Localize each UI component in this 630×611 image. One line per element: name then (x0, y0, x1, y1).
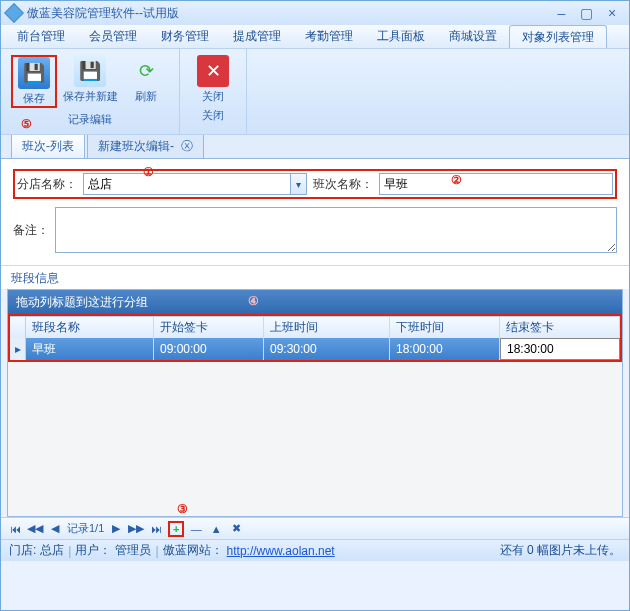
menu-front-desk[interactable]: 前台管理 (5, 25, 77, 48)
nav-next-button[interactable]: ▶ (108, 522, 124, 535)
menu-object-list[interactable]: 对象列表管理 (509, 25, 607, 48)
menu-members[interactable]: 会员管理 (77, 25, 149, 48)
title-bar: 傲蓝美容院管理软件--试用版 – ▢ × (1, 1, 629, 25)
nav-prev-button[interactable]: ◀ (47, 522, 63, 535)
annotation-5: ⑤ (21, 117, 32, 131)
store-name-input[interactable] (83, 173, 291, 195)
close-window-button[interactable]: × (601, 5, 623, 21)
menu-finance[interactable]: 财务管理 (149, 25, 221, 48)
refresh-button[interactable]: ⟳ 刷新 (123, 55, 169, 108)
menu-bar: 前台管理 会员管理 财务管理 提成管理 考勤管理 工具面板 商城设置 对象列表管… (1, 25, 629, 49)
nav-delete-button[interactable]: — (188, 523, 204, 535)
shift-name-label: 班次名称： (313, 176, 373, 193)
shift-name-input[interactable] (379, 173, 613, 195)
nav-record-indicator: 记录1/1 (67, 521, 104, 536)
close-button[interactable]: ✕ 关闭 (190, 55, 236, 104)
app-logo (4, 3, 24, 23)
ribbon: 💾 保存 💾 保存并新建 ⟳ 刷新 记录编辑 ✕ 关闭 (1, 49, 629, 135)
grid-header: 班段名称 开始签卡 上班时间 下班时间 结束签卡 (10, 316, 620, 338)
nav-last-button[interactable]: ⏭ (148, 523, 164, 535)
tab-new-shift-edit[interactable]: 新建班次编辑- ⓧ (87, 134, 204, 158)
refresh-label: 刷新 (135, 89, 157, 104)
annotation-1: ① (143, 165, 154, 179)
nav-first-button[interactable]: ⏮ (7, 523, 23, 535)
secondary-tabs: 班次-列表 新建班次编辑- ⓧ (1, 135, 629, 159)
nav-cancel-button[interactable]: ✖ (228, 522, 244, 535)
status-store-label: 门店: (9, 542, 36, 559)
refresh-icon: ⟳ (130, 55, 162, 87)
menu-mall[interactable]: 商城设置 (437, 25, 509, 48)
save-icon: 💾 (18, 57, 50, 89)
nav-prev-page-button[interactable]: ◀◀ (27, 522, 43, 535)
col-header-start-card[interactable]: 开始签卡 (154, 317, 264, 338)
tab-shift-list[interactable]: 班次-列表 (11, 134, 85, 158)
nav-next-page-button[interactable]: ▶▶ (128, 522, 144, 535)
minimize-button[interactable]: – (550, 5, 572, 21)
status-user-value: 管理员 (115, 542, 151, 559)
savenew-label: 保存并新建 (63, 89, 118, 104)
window-title: 傲蓝美容院管理软件--试用版 (27, 5, 550, 22)
table-row[interactable]: ▸ 早班 09:00:00 09:30:00 18:00:00 18:30:00 (10, 338, 620, 360)
remark-input[interactable] (55, 207, 617, 253)
grid-group-bar[interactable]: 拖动列标题到这进行分组 (8, 290, 622, 314)
ribbon-group1-label: 记录编辑 (68, 112, 112, 127)
col-header-end-card[interactable]: 结束签卡 (500, 317, 620, 338)
col-header-name[interactable]: 班段名称 (26, 317, 154, 338)
status-site-label: 傲蓝网站： (163, 542, 223, 559)
grid: 拖动列标题到这进行分组 ④ 班段名称 开始签卡 上班时间 下班时间 结束签卡 ▸… (7, 289, 623, 517)
store-name-dropdown[interactable]: ▾ (291, 173, 307, 195)
menu-attendance[interactable]: 考勤管理 (293, 25, 365, 48)
row-indicator-icon: ▸ (10, 338, 26, 360)
save-button[interactable]: 💾 保存 (11, 55, 57, 108)
save-label: 保存 (23, 91, 45, 106)
tab-close-icon[interactable]: ⓧ (181, 139, 193, 153)
cell-on-time[interactable]: 09:30:00 (264, 338, 390, 360)
col-header-on-time[interactable]: 上班时间 (264, 317, 390, 338)
annotation-3: ③ (177, 502, 188, 516)
maximize-button[interactable]: ▢ (576, 5, 598, 21)
save-new-icon: 💾 (74, 55, 106, 87)
status-site-link[interactable]: http://www.aolan.net (227, 544, 335, 558)
nav-up-button[interactable]: ▲ (208, 523, 224, 535)
section-title: 班段信息 (1, 266, 629, 289)
grid-empty-area (8, 362, 622, 516)
remark-label: 备注： (13, 222, 49, 239)
form-area: 分店名称： ▾ 班次名称： ① ② 备注： (1, 159, 629, 266)
cell-end-card-editor[interactable]: 18:30:00 (500, 338, 620, 360)
close-icon: ✕ (197, 55, 229, 87)
cell-name[interactable]: 早班 (26, 338, 154, 360)
status-user-label: 用户： (75, 542, 111, 559)
store-name-label: 分店名称： (17, 176, 77, 193)
annotation-2: ② (451, 173, 462, 187)
status-upload-hint: 还有 0 幅图片未上传。 (500, 542, 621, 559)
col-header-off-time[interactable]: 下班时间 (390, 317, 500, 338)
record-navigator: ⏮ ◀◀ ◀ 记录1/1 ▶ ▶▶ ⏭ + — ▲ ✖ ③ (1, 517, 629, 539)
save-and-new-button[interactable]: 💾 保存并新建 (67, 55, 113, 108)
menu-commission[interactable]: 提成管理 (221, 25, 293, 48)
status-store-value: 总店 (40, 542, 64, 559)
menu-tools[interactable]: 工具面板 (365, 25, 437, 48)
status-bar: 门店: 总店 | 用户： 管理员 | 傲蓝网站： http://www.aola… (1, 539, 629, 561)
nav-add-button[interactable]: + (168, 521, 184, 537)
cell-off-time[interactable]: 18:00:00 (390, 338, 500, 360)
close-label: 关闭 (202, 89, 224, 104)
ribbon-group2-label: 关闭 (202, 108, 224, 123)
cell-start-card[interactable]: 09:00:00 (154, 338, 264, 360)
annotation-4: ④ (248, 294, 259, 308)
